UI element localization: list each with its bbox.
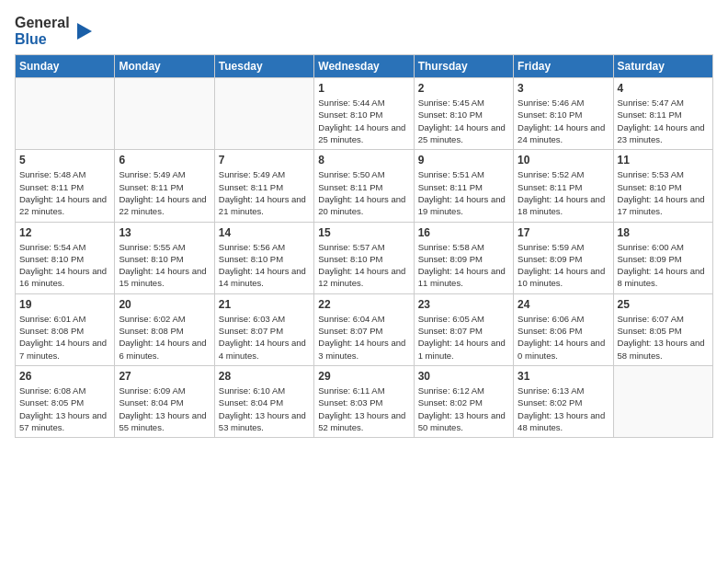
day-number: 16 — [418, 226, 509, 239]
calendar-cell: 25Sunrise: 6:07 AM Sunset: 8:05 PM Dayli… — [613, 293, 712, 365]
day-number: 4 — [618, 82, 709, 95]
calendar-header-row: SundayMondayTuesdayWednesdayThursdayFrid… — [16, 55, 713, 78]
day-number: 8 — [318, 154, 409, 167]
calendar-cell: 2Sunrise: 5:45 AM Sunset: 8:10 PM Daylig… — [414, 78, 513, 150]
calendar-cell: 26Sunrise: 6:08 AM Sunset: 8:05 PM Dayli… — [16, 365, 115, 437]
day-number: 9 — [418, 154, 509, 167]
day-number: 10 — [518, 154, 609, 167]
day-number: 20 — [119, 298, 210, 311]
calendar-cell: 15Sunrise: 5:57 AM Sunset: 8:10 PM Dayli… — [314, 222, 414, 293]
day-info: Sunrise: 6:10 AM Sunset: 8:04 PM Dayligh… — [219, 385, 310, 433]
day-number: 15 — [318, 226, 409, 239]
day-number: 1 — [318, 82, 409, 95]
day-info: Sunrise: 5:51 AM Sunset: 8:11 PM Dayligh… — [418, 168, 509, 217]
calendar-week-row: 5Sunrise: 5:48 AM Sunset: 8:11 PM Daylig… — [16, 150, 713, 222]
day-info: Sunrise: 6:07 AM Sunset: 8:05 PM Dayligh… — [618, 313, 709, 362]
day-info: Sunrise: 5:55 AM Sunset: 8:10 PM Dayligh… — [119, 241, 210, 290]
calendar-cell: 31Sunrise: 6:13 AM Sunset: 8:02 PM Dayli… — [514, 365, 613, 437]
calendar-cell — [214, 78, 313, 150]
weekday-header-monday: Monday — [115, 55, 214, 78]
logo-blue-text: Blue — [15, 31, 70, 48]
calendar-cell: 23Sunrise: 6:05 AM Sunset: 8:07 PM Dayli… — [414, 293, 513, 365]
day-info: Sunrise: 5:45 AM Sunset: 8:10 PM Dayligh… — [418, 97, 509, 145]
calendar-cell: 12Sunrise: 5:54 AM Sunset: 8:10 PM Dayli… — [16, 222, 115, 293]
calendar-cell — [613, 365, 712, 437]
day-number: 12 — [19, 226, 110, 239]
logo: General Blue — [15, 15, 94, 47]
day-number: 27 — [119, 370, 210, 383]
calendar-cell: 19Sunrise: 6:01 AM Sunset: 8:08 PM Dayli… — [16, 293, 115, 365]
day-info: Sunrise: 6:00 AM Sunset: 8:09 PM Dayligh… — [618, 241, 709, 290]
calendar-cell: 4Sunrise: 5:47 AM Sunset: 8:11 PM Daylig… — [613, 78, 712, 150]
day-info: Sunrise: 6:04 AM Sunset: 8:07 PM Dayligh… — [318, 313, 409, 362]
day-number: 31 — [518, 370, 609, 383]
day-number: 11 — [618, 154, 709, 167]
day-info: Sunrise: 5:53 AM Sunset: 8:10 PM Dayligh… — [618, 168, 709, 217]
day-number: 5 — [19, 154, 110, 167]
day-number: 21 — [219, 298, 310, 311]
day-number: 14 — [219, 226, 310, 239]
day-number: 13 — [119, 226, 210, 239]
day-number: 28 — [219, 370, 310, 383]
calendar-cell: 10Sunrise: 5:52 AM Sunset: 8:11 PM Dayli… — [514, 150, 613, 222]
day-info: Sunrise: 5:49 AM Sunset: 8:11 PM Dayligh… — [119, 168, 210, 217]
day-info: Sunrise: 6:11 AM Sunset: 8:03 PM Dayligh… — [318, 385, 409, 433]
weekday-header-thursday: Thursday — [414, 55, 513, 78]
day-info: Sunrise: 6:05 AM Sunset: 8:07 PM Dayligh… — [418, 313, 509, 362]
calendar-cell: 30Sunrise: 6:12 AM Sunset: 8:02 PM Dayli… — [414, 365, 513, 437]
calendar-week-row: 26Sunrise: 6:08 AM Sunset: 8:05 PM Dayli… — [16, 365, 713, 437]
calendar-cell: 28Sunrise: 6:10 AM Sunset: 8:04 PM Dayli… — [214, 365, 313, 437]
calendar-cell: 16Sunrise: 5:58 AM Sunset: 8:09 PM Dayli… — [414, 222, 513, 293]
day-number: 30 — [418, 370, 509, 383]
day-number: 23 — [418, 298, 509, 311]
calendar-cell: 17Sunrise: 5:59 AM Sunset: 8:09 PM Dayli… — [514, 222, 613, 293]
day-number: 2 — [418, 82, 509, 95]
day-number: 24 — [518, 298, 609, 311]
weekday-header-sunday: Sunday — [16, 55, 115, 78]
weekday-header-wednesday: Wednesday — [314, 55, 414, 78]
weekday-header-saturday: Saturday — [613, 55, 712, 78]
calendar-cell: 3Sunrise: 5:46 AM Sunset: 8:10 PM Daylig… — [514, 78, 613, 150]
day-number: 29 — [318, 370, 409, 383]
day-info: Sunrise: 6:12 AM Sunset: 8:02 PM Dayligh… — [418, 385, 509, 433]
day-number: 25 — [618, 298, 709, 311]
calendar-cell: 22Sunrise: 6:04 AM Sunset: 8:07 PM Dayli… — [314, 293, 414, 365]
calendar-cell: 27Sunrise: 6:09 AM Sunset: 8:04 PM Dayli… — [115, 365, 214, 437]
day-info: Sunrise: 5:44 AM Sunset: 8:10 PM Dayligh… — [318, 97, 409, 145]
calendar-cell: 14Sunrise: 5:56 AM Sunset: 8:10 PM Dayli… — [214, 222, 313, 293]
day-number: 6 — [119, 154, 210, 167]
calendar-cell: 11Sunrise: 5:53 AM Sunset: 8:10 PM Dayli… — [613, 150, 712, 222]
day-info: Sunrise: 6:02 AM Sunset: 8:08 PM Dayligh… — [119, 313, 210, 362]
logo-arrow-icon — [74, 21, 94, 41]
calendar-cell: 1Sunrise: 5:44 AM Sunset: 8:10 PM Daylig… — [314, 78, 414, 150]
calendar-week-row: 19Sunrise: 6:01 AM Sunset: 8:08 PM Dayli… — [16, 293, 713, 365]
calendar-cell — [115, 78, 214, 150]
day-info: Sunrise: 6:06 AM Sunset: 8:06 PM Dayligh… — [518, 313, 609, 362]
calendar-cell: 21Sunrise: 6:03 AM Sunset: 8:07 PM Dayli… — [214, 293, 313, 365]
calendar-cell: 6Sunrise: 5:49 AM Sunset: 8:11 PM Daylig… — [115, 150, 214, 222]
calendar-cell: 5Sunrise: 5:48 AM Sunset: 8:11 PM Daylig… — [16, 150, 115, 222]
day-info: Sunrise: 6:01 AM Sunset: 8:08 PM Dayligh… — [19, 313, 110, 362]
day-info: Sunrise: 6:13 AM Sunset: 8:02 PM Dayligh… — [518, 385, 609, 433]
day-info: Sunrise: 5:58 AM Sunset: 8:09 PM Dayligh… — [418, 241, 509, 290]
calendar-cell: 18Sunrise: 6:00 AM Sunset: 8:09 PM Dayli… — [613, 222, 712, 293]
day-info: Sunrise: 6:09 AM Sunset: 8:04 PM Dayligh… — [119, 385, 210, 433]
calendar-cell: 13Sunrise: 5:55 AM Sunset: 8:10 PM Dayli… — [115, 222, 214, 293]
day-number: 26 — [19, 370, 110, 383]
day-number: 19 — [19, 298, 110, 311]
weekday-header-friday: Friday — [514, 55, 613, 78]
day-info: Sunrise: 5:59 AM Sunset: 8:09 PM Dayligh… — [518, 241, 609, 290]
day-info: Sunrise: 5:50 AM Sunset: 8:11 PM Dayligh… — [318, 168, 409, 217]
calendar-cell: 8Sunrise: 5:50 AM Sunset: 8:11 PM Daylig… — [314, 150, 414, 222]
logo-general-text: General — [15, 15, 70, 31]
day-number: 22 — [318, 298, 409, 311]
day-number: 7 — [219, 154, 310, 167]
calendar-cell: 20Sunrise: 6:02 AM Sunset: 8:08 PM Dayli… — [115, 293, 214, 365]
weekday-header-tuesday: Tuesday — [214, 55, 313, 78]
day-info: Sunrise: 5:57 AM Sunset: 8:10 PM Dayligh… — [318, 241, 409, 290]
day-number: 18 — [618, 226, 709, 239]
day-info: Sunrise: 5:47 AM Sunset: 8:11 PM Dayligh… — [618, 97, 709, 145]
calendar-week-row: 12Sunrise: 5:54 AM Sunset: 8:10 PM Dayli… — [16, 222, 713, 293]
day-info: Sunrise: 5:49 AM Sunset: 8:11 PM Dayligh… — [219, 168, 310, 217]
day-info: Sunrise: 5:46 AM Sunset: 8:10 PM Dayligh… — [518, 97, 609, 145]
